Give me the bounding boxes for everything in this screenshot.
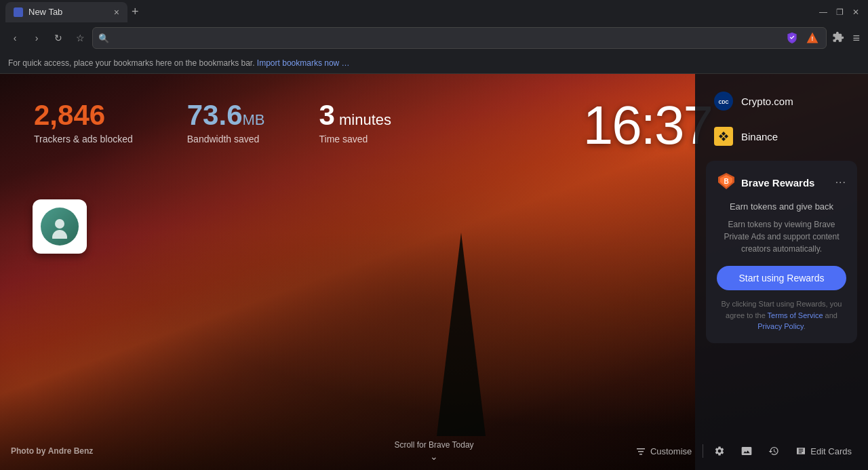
navigation-bar: ‹ › ↻ ☆ 🔍 ! ≡ bbox=[0, 24, 868, 52]
reload-button[interactable]: ↻ bbox=[49, 28, 68, 47]
privacy-link[interactable]: Privacy Policy bbox=[757, 322, 804, 330]
svg-text:B: B bbox=[724, 178, 728, 185]
rewards-footer: By clicking Start using Rewards, you agr… bbox=[717, 298, 846, 332]
brave-shield-button[interactable] bbox=[784, 30, 800, 46]
svg-rect-0 bbox=[14, 7, 23, 17]
minimize-button[interactable]: — bbox=[816, 5, 830, 19]
window-controls: — ❐ ✕ bbox=[816, 5, 863, 19]
right-panel: CDC Crypto.com Binance bbox=[695, 74, 868, 470]
controls-divider bbox=[703, 444, 703, 458]
tab-favicon bbox=[14, 7, 23, 17]
start-rewards-button[interactable]: Start using Rewards bbox=[717, 266, 846, 290]
active-tab[interactable]: New Tab × bbox=[5, 2, 127, 22]
rewards-title: Brave Rewards bbox=[741, 177, 830, 189]
crypto-com-label: Crypto.com bbox=[741, 96, 793, 107]
rewards-more-button[interactable]: ··· bbox=[835, 176, 846, 189]
binance-label: Binance bbox=[741, 131, 778, 142]
extensions-button[interactable] bbox=[829, 28, 847, 48]
favicon-avatar bbox=[41, 208, 79, 246]
tab-area: New Tab × + bbox=[5, 0, 143, 24]
history-button[interactable] bbox=[763, 443, 785, 459]
rewards-header: B Brave Rewards ··· bbox=[717, 172, 846, 193]
maximize-button[interactable]: ❐ bbox=[833, 5, 846, 19]
scroll-arrow-icon: ⌄ bbox=[430, 451, 438, 462]
trackers-label: Trackers & ads blocked bbox=[34, 134, 133, 144]
crypto-logo: CDC bbox=[717, 94, 730, 108]
bandwidth-value: 73.6MB bbox=[187, 101, 265, 130]
binance-icon-container bbox=[714, 127, 733, 146]
bandwidth-label: Bandwidth saved bbox=[187, 134, 265, 144]
terms-link[interactable]: Terms of Service bbox=[768, 311, 823, 319]
binance-logo bbox=[717, 130, 730, 143]
search-icon: 🔍 bbox=[98, 33, 109, 43]
bookmark-button[interactable]: ☆ bbox=[71, 28, 90, 47]
bottom-bar: Photo by Andre Benz Scroll for Brave Tod… bbox=[0, 432, 868, 470]
close-button[interactable]: ✕ bbox=[849, 5, 863, 19]
time-value: 3 minutes bbox=[319, 101, 392, 130]
bookmarks-bar: For quick access, place your bookmarks h… bbox=[0, 52, 868, 74]
settings-button[interactable] bbox=[709, 443, 730, 459]
history-icon bbox=[768, 446, 779, 456]
brave-shield-icon bbox=[785, 31, 799, 45]
brave-rewards-icon: B bbox=[717, 172, 736, 191]
nav-right-controls: ≡ bbox=[829, 28, 863, 48]
address-input[interactable] bbox=[113, 33, 780, 43]
trackers-stat: 2,846 Trackers & ads blocked bbox=[34, 101, 133, 144]
customise-icon bbox=[635, 446, 646, 456]
crypto-com-item[interactable]: CDC Crypto.com bbox=[706, 85, 857, 117]
brave-alert-icon: ! bbox=[806, 31, 819, 45]
title-bar: New Tab × + — ❐ ✕ bbox=[0, 0, 868, 24]
bandwidth-stat: 73.6MB Bandwidth saved bbox=[187, 101, 265, 144]
avatar-icon bbox=[47, 214, 72, 239]
puzzle-icon bbox=[832, 31, 844, 43]
scroll-label: Scroll for Brave Today bbox=[394, 440, 473, 450]
rewards-card: B Brave Rewards ··· Earn tokens and give… bbox=[706, 161, 857, 343]
rewards-description: Earn tokens by viewing Brave Private Ads… bbox=[717, 218, 846, 255]
settings-icon bbox=[714, 446, 725, 456]
crypto-com-icon: CDC bbox=[714, 92, 733, 111]
gallery-button[interactable] bbox=[736, 443, 757, 459]
favicon-tile[interactable] bbox=[33, 199, 87, 254]
rewards-subtitle: Earn tokens and give back bbox=[717, 201, 846, 212]
stats-section: 2,846 Trackers & ads blocked 73.6MB Band… bbox=[34, 101, 391, 144]
svg-point-2 bbox=[55, 219, 64, 229]
forward-button[interactable]: › bbox=[27, 28, 46, 47]
trackers-value: 2,846 bbox=[34, 101, 133, 130]
edit-cards-icon bbox=[795, 446, 806, 456]
main-content: 2,846 Trackers & ads blocked 73.6MB Band… bbox=[0, 74, 868, 470]
tab-close-button[interactable]: × bbox=[114, 7, 119, 18]
brave-alert-button[interactable]: ! bbox=[804, 30, 821, 46]
tab-title: New Tab bbox=[28, 7, 62, 17]
customise-button[interactable]: Customise bbox=[630, 443, 697, 459]
clock-display: 16:37 bbox=[583, 94, 712, 157]
address-bar[interactable]: 🔍 ! bbox=[92, 27, 827, 49]
svg-text:CDC: CDC bbox=[718, 100, 728, 104]
import-bookmarks-link[interactable]: Import bookmarks now … bbox=[257, 58, 350, 68]
photo-credit: Photo by Andre Benz bbox=[11, 446, 93, 456]
svg-point-3 bbox=[52, 230, 67, 239]
bottom-controls: Customise Edi bbox=[630, 443, 857, 459]
back-button[interactable]: ‹ bbox=[5, 28, 24, 47]
scroll-indicator[interactable]: Scroll for Brave Today ⌄ bbox=[394, 440, 473, 462]
binance-item[interactable]: Binance bbox=[706, 120, 857, 153]
rewards-icon-container: B bbox=[717, 172, 736, 193]
time-label: Time saved bbox=[319, 134, 392, 144]
menu-button[interactable]: ≡ bbox=[850, 28, 863, 48]
time-stat: 3 minutes Time saved bbox=[319, 101, 392, 144]
svg-text:!: ! bbox=[812, 35, 814, 42]
edit-cards-button[interactable]: Edit Cards bbox=[790, 443, 857, 459]
gallery-icon bbox=[741, 446, 752, 456]
new-tab-button[interactable]: + bbox=[127, 5, 143, 19]
bookmarks-bar-text: For quick access, place your bookmarks h… bbox=[8, 58, 255, 68]
